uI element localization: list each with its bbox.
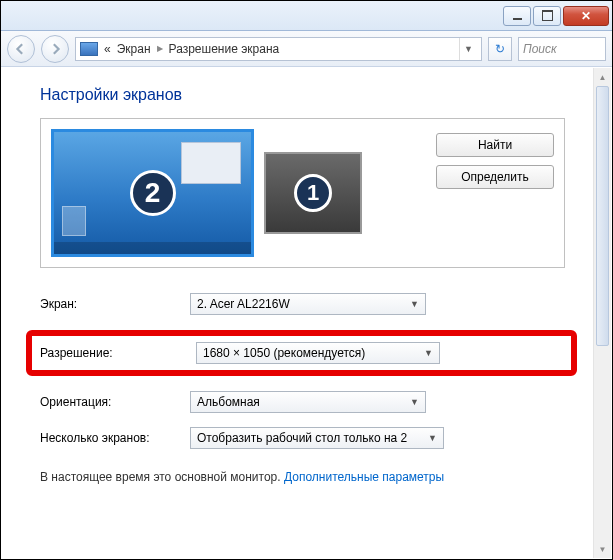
monitor-icon: [80, 42, 98, 56]
monitor-1-preview[interactable]: 1: [264, 152, 362, 234]
monitor-number-badge: 2: [130, 170, 176, 216]
address-bar[interactable]: « Экран ▶ Разрешение экрана ▼: [75, 37, 482, 61]
resolution-value: 1680 × 1050 (рекомендуется): [203, 346, 365, 360]
scroll-thumb[interactable]: [596, 86, 609, 346]
minimize-button[interactable]: [503, 6, 531, 26]
display-row: Экран: 2. Acer AL2216W ▼: [40, 290, 565, 318]
breadcrumb-item[interactable]: Разрешение экрана: [169, 42, 280, 56]
chevron-down-icon: ▼: [410, 397, 419, 407]
breadcrumb-start: «: [104, 42, 111, 56]
close-button[interactable]: ✕: [563, 6, 609, 26]
main-panel: Настройки экранов 2 1 Найти Определить: [2, 68, 593, 558]
orientation-select[interactable]: Альбомная ▼: [190, 391, 426, 413]
vertical-scrollbar[interactable]: ▲ ▼: [593, 68, 611, 558]
taskbar-thumb: [54, 242, 251, 254]
chevron-down-icon: ▼: [424, 348, 433, 358]
scroll-up-icon[interactable]: ▲: [594, 68, 611, 86]
multiple-displays-select[interactable]: Отобразить рабочий стол только на 2 ▼: [190, 427, 444, 449]
titlebar: ✕: [1, 1, 612, 31]
primary-monitor-note: В настоящее время это основной монитор.: [40, 470, 281, 484]
display-select[interactable]: 2. Acer AL2216W ▼: [190, 293, 426, 315]
monitor-previews: 2 1: [51, 129, 362, 257]
orientation-value: Альбомная: [197, 395, 260, 409]
desktop-icon: [62, 206, 86, 236]
multiple-displays-row: Несколько экранов: Отобразить рабочий ст…: [40, 424, 565, 452]
orientation-row: Ориентация: Альбомная ▼: [40, 388, 565, 416]
address-dropdown[interactable]: ▼: [459, 38, 477, 60]
display-label: Экран:: [40, 297, 190, 311]
display-value: 2. Acer AL2216W: [197, 297, 290, 311]
toolbar: « Экран ▶ Разрешение экрана ▼ ↻ Поиск: [1, 31, 612, 67]
chevron-down-icon: ▼: [428, 433, 437, 443]
content: Настройки экранов 2 1 Найти Определить: [2, 68, 611, 558]
maximize-button[interactable]: [533, 6, 561, 26]
resolution-row: Разрешение: 1680 × 1050 (рекомендуется) …: [40, 342, 563, 364]
chevron-down-icon: ▼: [410, 299, 419, 309]
chevron-right-icon: ▶: [157, 44, 163, 53]
resolution-select[interactable]: 1680 × 1050 (рекомендуется) ▼: [196, 342, 440, 364]
note-row: В настоящее время это основной монитор. …: [40, 470, 565, 484]
scroll-down-icon[interactable]: ▼: [594, 540, 611, 558]
monitor-2-preview[interactable]: 2: [51, 129, 254, 257]
advanced-settings-link[interactable]: Дополнительные параметры: [284, 470, 444, 484]
display-arrangement-box: 2 1 Найти Определить: [40, 118, 565, 268]
identify-button[interactable]: Определить: [436, 165, 554, 189]
find-button[interactable]: Найти: [436, 133, 554, 157]
breadcrumb-item[interactable]: Экран: [117, 42, 151, 56]
multiple-displays-label: Несколько экранов:: [40, 431, 190, 445]
search-input[interactable]: Поиск: [518, 37, 606, 61]
arrow-right-icon: [49, 43, 61, 55]
multiple-displays-value: Отобразить рабочий стол только на 2: [197, 431, 407, 445]
settings-form: Экран: 2. Acer AL2216W ▼ Разрешение: 168…: [40, 290, 565, 452]
window: ✕ « Экран ▶ Разрешение экрана ▼ ↻ Поиск …: [0, 0, 613, 560]
resolution-highlight: Разрешение: 1680 × 1050 (рекомендуется) …: [26, 330, 577, 376]
search-placeholder: Поиск: [523, 42, 557, 56]
refresh-button[interactable]: ↻: [488, 37, 512, 61]
orientation-label: Ориентация:: [40, 395, 190, 409]
button-column: Найти Определить: [436, 133, 554, 189]
forward-button[interactable]: [41, 35, 69, 63]
back-button[interactable]: [7, 35, 35, 63]
page-title: Настройки экранов: [40, 86, 565, 104]
arrow-left-icon: [15, 43, 27, 55]
monitor-number-badge: 1: [294, 174, 332, 212]
window-thumb-icon: [181, 142, 241, 184]
resolution-label: Разрешение:: [40, 346, 196, 360]
